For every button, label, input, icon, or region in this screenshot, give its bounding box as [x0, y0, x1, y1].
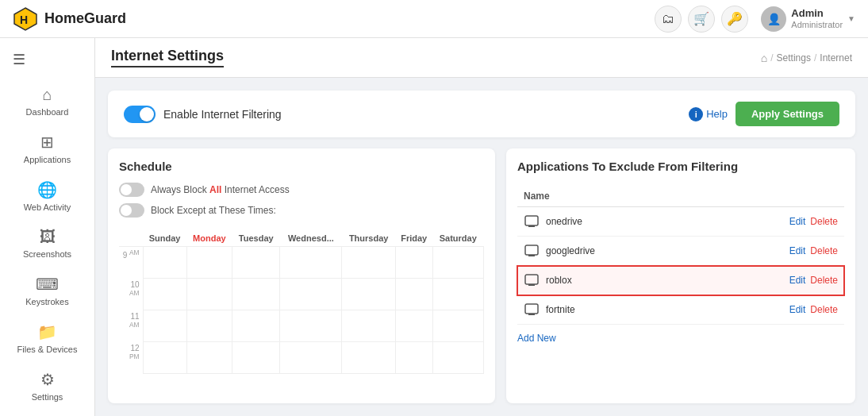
help-button[interactable]: i Help	[689, 107, 728, 121]
cell-mon-9[interactable]	[186, 247, 232, 279]
app-name-cell: fortnite	[517, 295, 706, 325]
exclusions-title: Applications To Exclude From Filtering	[517, 160, 844, 173]
delete-link[interactable]: Delete	[810, 245, 838, 256]
cell-mon-12[interactable]	[186, 342, 232, 374]
sidebar: ☰ ⌂ Dashboard ⊞ Applications 🌐 Web Activ…	[0, 38, 95, 416]
table-row: fortnite Edit Delete	[517, 295, 844, 325]
cell-wed-11[interactable]	[280, 310, 342, 342]
nav-icon-cart[interactable]: 🛒	[688, 6, 715, 33]
calendar-row-10am: 10 AM	[119, 279, 484, 310]
app-name-label: fortnite	[546, 304, 575, 315]
sidebar-item-applications[interactable]: ⊞ Applications	[0, 125, 94, 172]
cell-mon-11[interactable]	[186, 310, 232, 342]
sidebar-item-settings[interactable]: ⚙ Settings	[0, 362, 94, 410]
cell-sat-12[interactable]	[432, 342, 483, 374]
cell-mon-10[interactable]	[186, 279, 232, 310]
web-activity-icon: 🌐	[37, 180, 57, 199]
cell-sun-10[interactable]	[143, 279, 186, 310]
actions-cell: Edit Delete	[706, 237, 844, 266]
calendar-row-11am: 11 AM	[119, 310, 484, 342]
cell-thu-10[interactable]	[342, 279, 395, 310]
sidebar-label-applications: Applications	[24, 155, 71, 164]
cell-fri-12[interactable]	[395, 342, 432, 374]
block-except-toggle[interactable]	[119, 203, 144, 218]
block-except-label: Block Except at These Times:	[151, 205, 276, 216]
applications-icon: ⊞	[40, 133, 54, 152]
col-time	[119, 230, 143, 247]
actions-cell: Edit Delete	[706, 266, 844, 295]
table-row: onedrive Edit Delete	[517, 207, 844, 237]
sidebar-label-dashboard: Dashboard	[26, 107, 69, 117]
sidebar-item-keystrokes[interactable]: ⌨ Keystrokes	[0, 267, 94, 314]
col-tue: Tuesday	[232, 230, 280, 247]
sidebar-label-files-devices: Files & Devices	[17, 345, 78, 354]
breadcrumb-settings: Settings	[777, 52, 811, 64]
chevron-down-icon: ▼	[847, 14, 855, 23]
delete-link[interactable]: Delete	[810, 304, 838, 315]
sidebar-item-web-activity[interactable]: 🌐 Web Activity	[0, 172, 94, 220]
cell-wed-12[interactable]	[280, 342, 342, 374]
add-new-link[interactable]: Add New	[517, 333, 844, 344]
delete-link[interactable]: Delete	[810, 216, 838, 227]
cell-sun-11[interactable]	[143, 310, 186, 342]
breadcrumb-home-icon: ⌂	[761, 52, 767, 64]
app-name-cell: onedrive	[517, 207, 706, 237]
page-header: Internet Settings ⌂ / Settings / Interne…	[95, 38, 868, 78]
layout: ☰ ⌂ Dashboard ⊞ Applications 🌐 Web Activ…	[0, 38, 868, 416]
cell-sun-12[interactable]	[143, 342, 186, 374]
nav-icon-key[interactable]: 🔑	[721, 6, 748, 33]
cell-wed-10[interactable]	[280, 279, 342, 310]
app-name-label: googledrive	[546, 245, 595, 256]
content-area: Enable Internet Filtering i Help Apply S…	[95, 78, 868, 416]
cell-tue-10[interactable]	[232, 279, 280, 310]
schedule-option-block-except: Block Except at These Times:	[119, 203, 484, 218]
cell-wed-9[interactable]	[280, 247, 342, 279]
cell-sat-10[interactable]	[432, 279, 483, 310]
cell-sat-9[interactable]	[432, 247, 483, 279]
cell-tue-9[interactable]	[232, 247, 280, 279]
schedule-title: Schedule	[119, 160, 484, 173]
enable-filtering-toggle[interactable]	[124, 106, 156, 123]
cell-thu-12[interactable]	[342, 342, 395, 374]
col-name: Name	[517, 186, 706, 207]
settings-icon: ⚙	[40, 370, 55, 389]
logo: H HomeGuard	[13, 6, 655, 32]
svg-rect-9	[528, 284, 535, 286]
filter-left: Enable Internet Filtering	[124, 106, 282, 123]
edit-link[interactable]: Edit	[789, 275, 806, 286]
delete-link[interactable]: Delete	[810, 275, 838, 286]
breadcrumb: ⌂ / Settings / Internet	[761, 52, 852, 64]
edit-link[interactable]: Edit	[789, 245, 806, 256]
col-sun: Sunday	[143, 230, 186, 247]
time-12pm: 12 PM	[119, 342, 143, 374]
cell-fri-11[interactable]	[395, 310, 432, 342]
cell-sun-9[interactable]	[143, 247, 186, 279]
cell-tue-12[interactable]	[232, 342, 280, 374]
app-icon	[524, 243, 540, 259]
cell-thu-9[interactable]	[342, 247, 395, 279]
sidebar-item-dashboard[interactable]: ⌂ Dashboard	[0, 78, 94, 125]
apply-settings-button[interactable]: Apply Settings	[735, 102, 839, 126]
table-row: googledrive Edit Delete	[517, 237, 844, 266]
breadcrumb-internet: Internet	[820, 52, 852, 64]
time-9am: 9 AM	[119, 247, 143, 279]
sidebar-item-screenshots[interactable]: 🖼 Screenshots	[0, 220, 94, 267]
svg-rect-11	[525, 304, 538, 314]
nav-icon-clipboard[interactable]: 🗂	[655, 6, 682, 33]
edit-link[interactable]: Edit	[789, 216, 806, 227]
svg-rect-12	[528, 314, 535, 315]
user-area[interactable]: 👤 Admin Administrator ▼	[761, 6, 855, 32]
sidebar-item-files-devices[interactable]: 📁 Files & Devices	[0, 314, 94, 362]
cell-fri-10[interactable]	[395, 279, 432, 310]
svg-rect-3	[528, 225, 535, 227]
cell-thu-11[interactable]	[342, 310, 395, 342]
always-block-toggle[interactable]	[119, 183, 144, 197]
cell-tue-11[interactable]	[232, 310, 280, 342]
hamburger-icon[interactable]: ☰	[0, 44, 94, 75]
cell-fri-9[interactable]	[395, 247, 432, 279]
app-icon	[524, 272, 540, 288]
edit-link[interactable]: Edit	[789, 304, 806, 315]
cell-sat-11[interactable]	[432, 310, 483, 342]
filter-row: Enable Internet Filtering i Help Apply S…	[108, 91, 855, 137]
svg-rect-6	[528, 255, 535, 256]
